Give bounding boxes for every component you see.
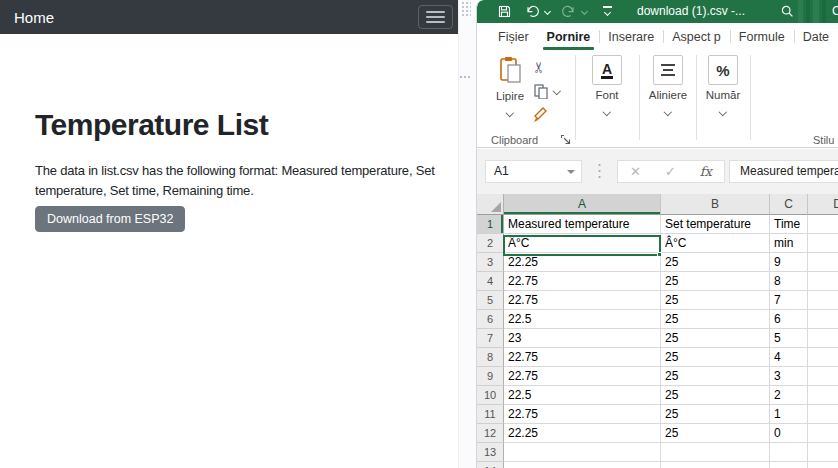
cell-D12[interactable] — [808, 424, 838, 443]
cell-A8[interactable]: 22.75 — [504, 348, 661, 367]
row-header-5[interactable]: 5 — [477, 291, 504, 310]
cell-C6[interactable]: 6 — [770, 310, 808, 329]
ribbon-tab-fi-ier[interactable]: Fișier — [489, 23, 538, 50]
row-header-7[interactable]: 7 — [477, 329, 504, 348]
cell-C10[interactable]: 2 — [770, 386, 808, 405]
format-painter-icon[interactable] — [532, 106, 550, 124]
cell-C5[interactable]: 7 — [770, 291, 808, 310]
cell-B14[interactable] — [661, 462, 770, 468]
cell-C11[interactable]: 1 — [770, 405, 808, 424]
cell-B10[interactable]: 25 — [661, 386, 770, 405]
insert-function-icon[interactable]: fx — [700, 164, 712, 179]
ribbon-tab-pornire[interactable]: Pornire — [538, 23, 600, 50]
navbar-brand-home[interactable]: Home — [14, 9, 54, 26]
cell-B9[interactable]: 25 — [661, 367, 770, 386]
save-icon[interactable] — [497, 4, 512, 19]
row-header-12[interactable]: 12 — [477, 424, 504, 443]
search-icon[interactable] — [780, 4, 795, 19]
cell-B12[interactable]: 25 — [661, 424, 770, 443]
cell-B7[interactable]: 25 — [661, 329, 770, 348]
row-header-6[interactable]: 6 — [477, 310, 504, 329]
cell-C13[interactable] — [770, 443, 808, 462]
row-header-9[interactable]: 9 — [477, 367, 504, 386]
cell-C9[interactable]: 3 — [770, 367, 808, 386]
cell-D2[interactable] — [808, 234, 838, 253]
cell-C3[interactable]: 9 — [770, 253, 808, 272]
cell-B1[interactable]: Set temperature — [661, 215, 770, 234]
cell-C14[interactable] — [770, 462, 808, 468]
ribbon-tab-inserare[interactable]: Inserare — [599, 23, 663, 50]
alignment-group-button[interactable]: Aliniere — [640, 55, 696, 119]
cell-B11[interactable]: 25 — [661, 405, 770, 424]
cell-C2[interactable]: min — [770, 234, 808, 253]
copy-dropdown-icon[interactable] — [553, 88, 561, 94]
scrollbar-thumb[interactable] — [461, 1, 471, 17]
cell-D1[interactable] — [808, 215, 838, 234]
cell-C12[interactable]: 0 — [770, 424, 808, 443]
cell-C8[interactable]: 4 — [770, 348, 808, 367]
formula-bar-resizer[interactable] — [598, 162, 601, 180]
cell-D6[interactable] — [808, 310, 838, 329]
qat-customize-icon[interactable] — [603, 6, 612, 8]
ribbon-tab-formule[interactable]: Formule — [730, 23, 794, 50]
ribbon-tab-date[interactable]: Date — [794, 23, 838, 50]
cell-D5[interactable] — [808, 291, 838, 310]
cut-icon[interactable]: ✂ — [530, 61, 548, 74]
name-box[interactable]: A1 — [485, 160, 582, 183]
cell-A4[interactable]: 22.75 — [504, 272, 661, 291]
cell-D11[interactable] — [808, 405, 838, 424]
cell-B2[interactable]: Â°C — [661, 234, 770, 253]
cell-A9[interactable]: 22.75 — [504, 367, 661, 386]
number-group-button[interactable]: % Număr — [695, 55, 751, 119]
cell-A1[interactable]: Measured temperature — [504, 215, 661, 234]
cell-A7[interactable]: 23 — [504, 329, 661, 348]
cell-D3[interactable] — [808, 253, 838, 272]
cell-D13[interactable] — [808, 443, 838, 462]
column-header-D[interactable]: D — [808, 194, 838, 215]
select-all-button[interactable] — [477, 194, 504, 215]
row-header-11[interactable]: 11 — [477, 405, 504, 424]
formula-input[interactable]: Measured temperature — [729, 160, 838, 183]
row-header-3[interactable]: 3 — [477, 253, 504, 272]
navbar-toggler-button[interactable] — [418, 5, 453, 29]
cell-C4[interactable]: 8 — [770, 272, 808, 291]
row-header-13[interactable]: 13 — [477, 443, 504, 462]
cell-D14[interactable] — [808, 462, 838, 468]
row-header-1[interactable]: 1 — [477, 215, 504, 234]
cell-A14[interactable] — [504, 462, 661, 468]
column-header-A[interactable]: A — [504, 194, 661, 215]
cell-A11[interactable]: 22.75 — [504, 405, 661, 424]
column-header-C[interactable]: C — [770, 194, 808, 215]
cell-A3[interactable]: 22.25 — [504, 253, 661, 272]
cell-D10[interactable] — [808, 386, 838, 405]
cell-A13[interactable] — [504, 443, 661, 462]
cell-B3[interactable]: 25 — [661, 253, 770, 272]
cell-B5[interactable]: 25 — [661, 291, 770, 310]
undo-icon[interactable] — [525, 4, 540, 19]
cell-B13[interactable] — [661, 443, 770, 462]
row-header-4[interactable]: 4 — [477, 272, 504, 291]
cell-A12[interactable]: 22.25 — [504, 424, 661, 443]
row-header-14[interactable]: 14 — [477, 462, 504, 468]
cell-A10[interactable]: 22.5 — [504, 386, 661, 405]
cell-C1[interactable]: Time — [770, 215, 808, 234]
row-header-2[interactable]: 2 — [477, 234, 504, 253]
column-header-B[interactable]: B — [661, 194, 770, 215]
cell-B6[interactable]: 25 — [661, 310, 770, 329]
row-header-10[interactable]: 10 — [477, 386, 504, 405]
ribbon-tab-aspect-p[interactable]: Aspect p — [663, 23, 730, 50]
font-group-button[interactable]: A Font — [579, 55, 635, 119]
cell-B8[interactable]: 25 — [661, 348, 770, 367]
cell-D9[interactable] — [808, 367, 838, 386]
cell-D8[interactable] — [808, 348, 838, 367]
cell-A5[interactable]: 22.75 — [504, 291, 661, 310]
download-from-esp32-button[interactable]: Download from ESP32 — [35, 206, 185, 232]
cell-C7[interactable]: 5 — [770, 329, 808, 348]
cell-D4[interactable] — [808, 272, 838, 291]
cell-A6[interactable]: 22.5 — [504, 310, 661, 329]
row-header-8[interactable]: 8 — [477, 348, 504, 367]
copy-icon[interactable] — [533, 83, 549, 99]
cell-B4[interactable]: 25 — [661, 272, 770, 291]
cell-A2[interactable]: Â°C — [504, 234, 661, 253]
name-box-dropdown-icon[interactable] — [567, 170, 574, 175]
